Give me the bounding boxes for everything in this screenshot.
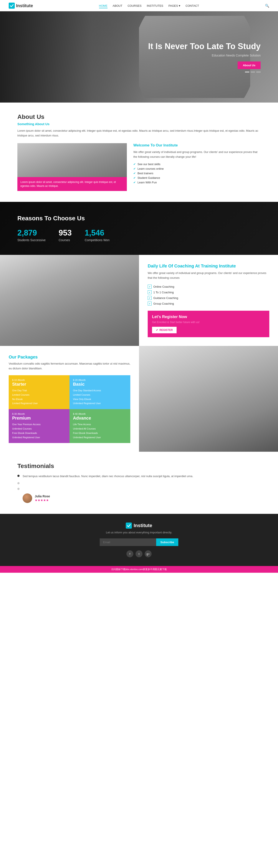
advance-features: Life Time AccessUnlimited All CoursesFre… bbox=[73, 423, 127, 439]
starter-price: $ 10 /Month bbox=[12, 379, 66, 381]
packages-left: Our Packages Vestibulum convallis odio s… bbox=[0, 346, 139, 452]
about-overlay-text: Lorem ipsum dolor sit amet, consectetur … bbox=[21, 181, 116, 187]
nav-links: HOME ABOUT COURSES INSTITUTES PAGES ▾ CO… bbox=[99, 4, 199, 7]
packages-description: Vestibulum convallis odio sagittis ferme… bbox=[9, 361, 130, 371]
stat-competitions: 1,546 Competitions Won bbox=[85, 228, 110, 242]
hero-subtitle: Education Needs Complete Solution bbox=[148, 54, 260, 57]
nav-link-about[interactable]: ABOUT bbox=[113, 4, 123, 7]
nav-item-about[interactable]: ABOUT bbox=[113, 4, 123, 7]
coaching-description: We offer great variety of individual and… bbox=[148, 271, 269, 280]
coaching-feature-3: Guidance Coaching bbox=[148, 295, 269, 301]
testimonial-item-3 bbox=[18, 487, 260, 490]
check-item-1: See our best skills bbox=[133, 162, 260, 166]
basic-price: $ 20 /Month bbox=[73, 379, 127, 381]
twitter-icon[interactable]: t bbox=[135, 550, 143, 557]
about-grid: Lorem ipsum dolor sit amet, consectetur … bbox=[18, 143, 260, 191]
stats-grid: 2,879 Students Successive 953 Courses 1,… bbox=[18, 228, 260, 242]
starter-features: One Day TrialLimited CoursesNo EbookLimi… bbox=[12, 389, 66, 406]
testimonial-text-1: Sed tempus vestibulum lacus blandit fauc… bbox=[23, 474, 193, 479]
advance-price: $ 40 /Month bbox=[73, 412, 127, 415]
footer-tagline: Let us inform you about everything impor… bbox=[18, 531, 260, 534]
hero-dot-1[interactable] bbox=[245, 72, 249, 72]
coaching-content: Daily Life Of Coaching At Training Insti… bbox=[139, 255, 278, 346]
testimonials-heading: Testimonials bbox=[18, 463, 260, 469]
logo-text: Institute bbox=[16, 3, 33, 8]
package-basic: $ 20 /Month Basic One Day Standard Acces… bbox=[69, 375, 130, 409]
about-image-box: Lorem ipsum dolor sit amet, consectetur … bbox=[18, 143, 127, 191]
hero-button[interactable]: About Us bbox=[238, 61, 260, 69]
coaching-feature-2: 1 To 1 Coaching bbox=[148, 289, 269, 295]
hero-dots bbox=[148, 72, 260, 72]
testimonials-section: Testimonials Sed tempus vestibulum lacus… bbox=[0, 452, 278, 514]
check-item-5: Learn With Fun bbox=[133, 180, 260, 185]
testimonial-author: Julia Rose ★★★★★ bbox=[23, 493, 260, 503]
nav-link-home[interactable]: HOME bbox=[99, 4, 107, 8]
coaching-heading: Daily Life Of Coaching At Training Insti… bbox=[148, 264, 269, 269]
hero-dot-3[interactable] bbox=[256, 72, 260, 72]
svg-rect-0 bbox=[9, 3, 15, 9]
nav-link-institutes[interactable]: INSTITUTES bbox=[147, 4, 163, 7]
nav-item-institutes[interactable]: INSTITUTES bbox=[147, 4, 163, 7]
stat-competitions-number: 1,546 bbox=[85, 228, 110, 238]
nav-item-contact[interactable]: CONTACT bbox=[185, 4, 199, 7]
register-btn-label: REGISTER bbox=[159, 329, 173, 332]
footer-subscribe-row: Subscribe bbox=[18, 538, 260, 546]
author-name: Julia Rose bbox=[35, 495, 50, 498]
coaching-image-inner bbox=[0, 255, 139, 346]
nav-link-pages[interactable]: PAGES bbox=[168, 4, 178, 7]
coaching-features-list: Online Coaching 1 To 1 Coaching Guidance… bbox=[148, 284, 269, 306]
about-description: Lorem ipsum dolor sit amet, consectetur … bbox=[18, 128, 260, 138]
nav-item-courses[interactable]: COURSES bbox=[127, 4, 142, 7]
hero-dot-2[interactable] bbox=[251, 72, 255, 72]
register-box: Let's Register Now Get Enrolled & Start … bbox=[148, 311, 269, 337]
nav-item-pages[interactable]: PAGES ▾ bbox=[168, 4, 181, 7]
packages-grid: $ 10 /Month Starter One Day TrialLimited… bbox=[9, 375, 130, 443]
coaching-feature-4: Group Coaching bbox=[148, 301, 269, 306]
register-heading: Let's Register Now bbox=[152, 315, 265, 319]
hero-content: It Is Never Too Late To Study Education … bbox=[148, 41, 278, 72]
facebook-icon[interactable]: f bbox=[126, 550, 133, 557]
packages-heading: Our Packages bbox=[9, 354, 130, 360]
footer-bottom-text: 访问图标下载bbs.xtenloo.com获更多不用图元素下载 bbox=[111, 568, 167, 570]
register-sub: Get Enrolled & Start better future with … bbox=[152, 320, 265, 324]
testimonial-list: Sed tempus vestibulum lacus blandit fauc… bbox=[18, 474, 260, 490]
hero-section: It Is Never Too Late To Study Education … bbox=[0, 11, 278, 102]
svg-rect-1 bbox=[126, 523, 132, 529]
chevron-down-icon: ▾ bbox=[179, 4, 180, 7]
premium-features: One Year Premium AccessUnlimited Courses… bbox=[12, 423, 66, 439]
nav-item-home[interactable]: HOME bbox=[99, 4, 107, 7]
reasons-section: Reasons To Choose Us 2,879 Students Succ… bbox=[0, 202, 278, 255]
testimonial-item-2 bbox=[18, 481, 260, 484]
footer: Institute Let us inform you about everyt… bbox=[0, 514, 278, 566]
logo-icon bbox=[9, 3, 15, 9]
googleplus-icon[interactable]: g+ bbox=[145, 550, 152, 557]
author-info: Julia Rose ★★★★★ bbox=[35, 495, 50, 502]
search-icon[interactable]: 🔍 bbox=[265, 4, 269, 8]
footer-bottom-bar: 访问图标下载bbs.xtenloo.com获更多不用图元素下载 bbox=[0, 566, 278, 573]
advance-name: Advance bbox=[73, 416, 127, 421]
about-sub-heading: Something About Us bbox=[18, 122, 260, 126]
about-checklist: See our best skills Learn courses online… bbox=[133, 162, 260, 185]
testimonial-bullet-1[interactable] bbox=[18, 475, 20, 477]
packages-image-inner bbox=[139, 346, 278, 452]
coaching-section: Daily Life Of Coaching At Training Insti… bbox=[0, 255, 278, 346]
stat-competitions-label: Competitions Won bbox=[85, 238, 110, 242]
register-button[interactable]: ✔ REGISTER bbox=[152, 327, 177, 333]
testimonial-bullet-3[interactable] bbox=[18, 488, 20, 490]
stat-students-label: Students Successive bbox=[18, 238, 45, 242]
check-item-2: Learn courses online bbox=[133, 166, 260, 171]
about-image-overlay: Lorem ipsum dolor sit amet, consectetur … bbox=[18, 177, 127, 191]
check-item-3: Best trainers bbox=[133, 171, 260, 176]
testimonial-bullet-2[interactable] bbox=[18, 482, 20, 484]
package-starter: $ 10 /Month Starter One Day TrialLimited… bbox=[9, 375, 69, 409]
nav-link-courses[interactable]: COURSES bbox=[127, 4, 142, 7]
about-heading: About Us bbox=[18, 114, 260, 120]
nav-link-contact[interactable]: CONTACT bbox=[185, 4, 199, 7]
footer-logo: Institute bbox=[18, 523, 260, 529]
footer-subscribe-button[interactable]: Subscribe bbox=[156, 538, 179, 546]
footer-email-input[interactable] bbox=[100, 538, 156, 546]
package-advance: $ 40 /Month Advance Life Time AccessUnli… bbox=[69, 409, 130, 443]
author-stars: ★★★★★ bbox=[35, 498, 50, 502]
logo[interactable]: Institute bbox=[9, 3, 33, 9]
hero-person-overlay bbox=[0, 11, 153, 102]
